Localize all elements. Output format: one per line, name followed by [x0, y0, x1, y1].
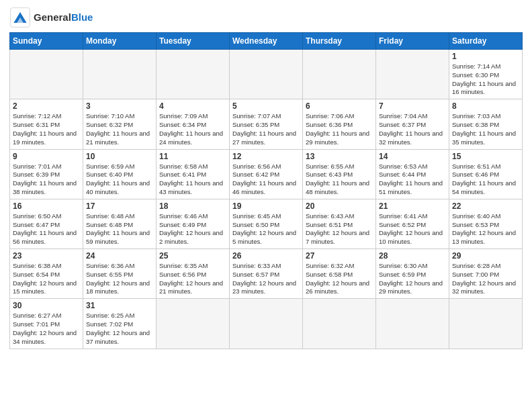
calendar-cell: 27Sunrise: 6:32 AM Sunset: 6:58 PM Dayli… [303, 249, 376, 299]
day-info: Sunrise: 6:48 AM Sunset: 6:48 PM Dayligh… [86, 212, 153, 246]
day-number: 27 [306, 251, 373, 261]
day-number: 17 [86, 201, 153, 211]
calendar-cell [449, 299, 523, 349]
calendar-cell [10, 50, 83, 99]
day-number: 31 [86, 301, 153, 310]
day-number: 26 [232, 251, 300, 261]
day-number: 1 [452, 52, 519, 61]
day-info: Sunrise: 7:04 AM Sunset: 6:37 PM Dayligh… [379, 112, 446, 146]
day-info: Sunrise: 6:43 AM Sunset: 6:51 PM Dayligh… [306, 212, 373, 246]
day-number: 19 [232, 201, 300, 211]
calendar-cell: 26Sunrise: 6:33 AM Sunset: 6:57 PM Dayli… [230, 249, 303, 299]
weekday-header-friday: Friday [376, 33, 449, 50]
weekday-header-saturday: Saturday [449, 33, 523, 50]
calendar-week-row: 2Sunrise: 7:12 AM Sunset: 6:31 PM Daylig… [10, 99, 523, 149]
day-info: Sunrise: 6:51 AM Sunset: 6:46 PM Dayligh… [452, 163, 519, 197]
day-info: Sunrise: 6:56 AM Sunset: 6:42 PM Dayligh… [232, 163, 300, 197]
calendar-cell: 3Sunrise: 7:10 AM Sunset: 6:32 PM Daylig… [83, 99, 157, 149]
day-info: Sunrise: 6:36 AM Sunset: 6:55 PM Dayligh… [86, 262, 153, 296]
calendar-cell: 10Sunrise: 6:59 AM Sunset: 6:40 PM Dayli… [83, 149, 157, 199]
calendar-cell: 14Sunrise: 6:53 AM Sunset: 6:44 PM Dayli… [376, 149, 449, 199]
calendar-cell: 1Sunrise: 7:14 AM Sunset: 6:30 PM Daylig… [449, 50, 523, 99]
header-area: GeneralBlue [9, 7, 523, 28]
calendar-cell: 19Sunrise: 6:45 AM Sunset: 6:50 PM Dayli… [230, 199, 303, 248]
day-info: Sunrise: 6:46 AM Sunset: 6:49 PM Dayligh… [159, 212, 226, 246]
day-number: 7 [379, 101, 446, 111]
day-info: Sunrise: 7:07 AM Sunset: 6:35 PM Dayligh… [232, 112, 300, 146]
general-blue-logo-icon [9, 7, 31, 28]
page: GeneralBlue SundayMondayTuesdayWednesday… [0, 0, 532, 411]
calendar-cell: 20Sunrise: 6:43 AM Sunset: 6:51 PM Dayli… [303, 199, 376, 248]
day-number: 28 [379, 251, 446, 261]
day-info: Sunrise: 6:27 AM Sunset: 7:01 PM Dayligh… [13, 312, 80, 346]
calendar-week-row: 16Sunrise: 6:50 AM Sunset: 6:47 PM Dayli… [10, 199, 523, 248]
calendar-cell: 23Sunrise: 6:38 AM Sunset: 6:54 PM Dayli… [10, 249, 83, 299]
calendar-cell: 9Sunrise: 7:01 AM Sunset: 6:39 PM Daylig… [10, 149, 83, 199]
calendar-cell: 8Sunrise: 7:03 AM Sunset: 6:38 PM Daylig… [449, 99, 523, 149]
calendar-cell: 17Sunrise: 6:48 AM Sunset: 6:48 PM Dayli… [83, 199, 157, 248]
calendar-cell [303, 50, 376, 99]
day-info: Sunrise: 6:33 AM Sunset: 6:57 PM Dayligh… [232, 262, 300, 296]
calendar-cell [303, 299, 376, 349]
calendar-cell: 7Sunrise: 7:04 AM Sunset: 6:37 PM Daylig… [376, 99, 449, 149]
calendar-cell: 29Sunrise: 6:28 AM Sunset: 7:00 PM Dayli… [449, 249, 523, 299]
logo-text: GeneralBlue [34, 12, 93, 24]
day-number: 18 [159, 201, 226, 211]
calendar-cell: 15Sunrise: 6:51 AM Sunset: 6:46 PM Dayli… [449, 149, 523, 199]
day-info: Sunrise: 6:32 AM Sunset: 6:58 PM Dayligh… [306, 262, 373, 296]
calendar-cell: 21Sunrise: 6:41 AM Sunset: 6:52 PM Dayli… [376, 199, 449, 248]
calendar-week-row: 30Sunrise: 6:27 AM Sunset: 7:01 PM Dayli… [10, 299, 523, 349]
day-number: 23 [13, 251, 80, 261]
calendar-cell: 2Sunrise: 7:12 AM Sunset: 6:31 PM Daylig… [10, 99, 83, 149]
calendar-cell: 11Sunrise: 6:58 AM Sunset: 6:41 PM Dayli… [157, 149, 230, 199]
day-number: 29 [452, 251, 519, 261]
calendar-cell: 13Sunrise: 6:55 AM Sunset: 6:43 PM Dayli… [303, 149, 376, 199]
day-info: Sunrise: 6:45 AM Sunset: 6:50 PM Dayligh… [232, 212, 300, 246]
calendar-cell: 25Sunrise: 6:35 AM Sunset: 6:56 PM Dayli… [157, 249, 230, 299]
day-number: 11 [159, 152, 226, 161]
calendar-table: SundayMondayTuesdayWednesdayThursdayFrid… [9, 32, 523, 349]
day-info: Sunrise: 6:55 AM Sunset: 6:43 PM Dayligh… [306, 163, 373, 197]
day-number: 13 [306, 152, 373, 161]
calendar-cell: 28Sunrise: 6:30 AM Sunset: 6:59 PM Dayli… [376, 249, 449, 299]
day-info: Sunrise: 7:09 AM Sunset: 6:34 PM Dayligh… [159, 112, 226, 146]
day-info: Sunrise: 6:25 AM Sunset: 7:02 PM Dayligh… [86, 312, 153, 346]
calendar-week-row: 1Sunrise: 7:14 AM Sunset: 6:30 PM Daylig… [10, 50, 523, 99]
day-number: 6 [306, 101, 373, 111]
weekday-header-thursday: Thursday [303, 33, 376, 50]
day-info: Sunrise: 6:50 AM Sunset: 6:47 PM Dayligh… [13, 212, 80, 246]
day-info: Sunrise: 6:58 AM Sunset: 6:41 PM Dayligh… [159, 163, 226, 197]
weekday-header-sunday: Sunday [10, 33, 83, 50]
day-number: 3 [86, 101, 153, 111]
calendar-cell [376, 299, 449, 349]
day-number: 4 [159, 101, 226, 111]
day-number: 24 [86, 251, 153, 261]
weekday-header-monday: Monday [83, 33, 157, 50]
calendar-week-row: 23Sunrise: 6:38 AM Sunset: 6:54 PM Dayli… [10, 249, 523, 299]
day-number: 15 [452, 152, 519, 161]
day-info: Sunrise: 7:03 AM Sunset: 6:38 PM Dayligh… [452, 112, 519, 146]
weekday-header-tuesday: Tuesday [157, 33, 230, 50]
day-number: 14 [379, 152, 446, 161]
calendar-cell: 4Sunrise: 7:09 AM Sunset: 6:34 PM Daylig… [157, 99, 230, 149]
day-info: Sunrise: 6:28 AM Sunset: 7:00 PM Dayligh… [452, 262, 519, 296]
calendar-cell: 12Sunrise: 6:56 AM Sunset: 6:42 PM Dayli… [230, 149, 303, 199]
day-info: Sunrise: 7:06 AM Sunset: 6:36 PM Dayligh… [306, 112, 373, 146]
calendar-cell [230, 50, 303, 99]
day-number: 22 [452, 201, 519, 211]
day-number: 9 [13, 152, 80, 161]
logo-area: GeneralBlue [9, 7, 93, 28]
day-info: Sunrise: 6:35 AM Sunset: 6:56 PM Dayligh… [159, 262, 226, 296]
day-number: 10 [86, 152, 153, 161]
day-number: 16 [13, 201, 80, 211]
calendar-cell [157, 50, 230, 99]
calendar-cell [230, 299, 303, 349]
calendar-cell: 16Sunrise: 6:50 AM Sunset: 6:47 PM Dayli… [10, 199, 83, 248]
day-info: Sunrise: 6:53 AM Sunset: 6:44 PM Dayligh… [379, 163, 446, 197]
day-number: 2 [13, 101, 80, 111]
calendar-cell [83, 50, 157, 99]
calendar-header-row: SundayMondayTuesdayWednesdayThursdayFrid… [10, 33, 523, 50]
day-number: 30 [13, 301, 80, 310]
weekday-header-wednesday: Wednesday [230, 33, 303, 50]
calendar-cell [376, 50, 449, 99]
